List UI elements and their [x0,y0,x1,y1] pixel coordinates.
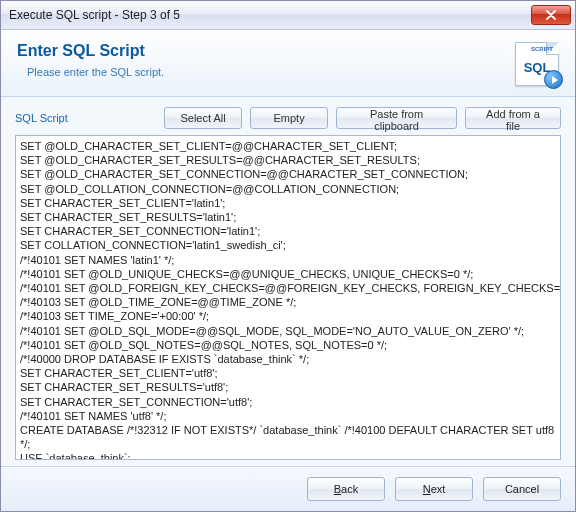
wizard-body: SQL Script Select All Empty Paste from c… [1,97,575,466]
icon-band-label: SCRIPT [531,46,553,52]
wizard-header-text: Enter SQL Script Please enter the SQL sc… [17,42,515,78]
close-button[interactable] [531,5,571,25]
add-from-file-button[interactable]: Add from a file [465,107,561,129]
titlebar: Execute SQL script - Step 3 of 5 [1,1,575,30]
dialog-window: Execute SQL script - Step 3 of 5 Enter S… [0,0,576,512]
script-label: SQL Script [15,112,156,124]
page-title: Enter SQL Script [17,42,515,60]
window-title: Execute SQL script - Step 3 of 5 [9,8,531,22]
play-icon [544,70,563,89]
script-toolbar: SQL Script Select All Empty Paste from c… [15,107,561,129]
sql-script-icon: SCRIPT SQL [515,42,559,86]
select-all-button[interactable]: Select All [164,107,242,129]
page-subtitle: Please enter the SQL script. [27,66,515,78]
sql-script-input[interactable] [16,136,560,459]
back-button[interactable]: Back [307,477,385,501]
close-icon [546,10,556,20]
cancel-button[interactable]: Cancel [483,477,561,501]
next-button[interactable]: Next [395,477,473,501]
wizard-footer: Back Next Cancel [1,466,575,511]
empty-button[interactable]: Empty [250,107,328,129]
wizard-header: Enter SQL Script Please enter the SQL sc… [1,30,575,97]
paste-from-clipboard-button[interactable]: Paste from clipboard [336,107,457,129]
script-container [15,135,561,460]
